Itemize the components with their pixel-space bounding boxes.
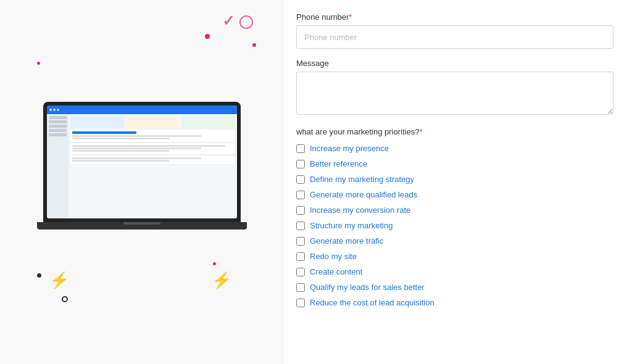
checkbox-label-qualify-leads: Qualify my leads for sales better	[310, 283, 425, 292]
checkbox-label-create-content: Create content	[310, 267, 362, 276]
checkbox-reduce-cost[interactable]	[296, 299, 305, 307]
checkbox-label-increase-presence: Increase my presence	[310, 144, 389, 153]
form-panel: Phone number* Message what are your mark…	[284, 0, 632, 364]
checkbox-label-structure-marketing: Structure my marketing	[310, 221, 393, 230]
checkbox-item-reduce-cost[interactable]: Reduce the cost of lead acquisition	[296, 298, 613, 307]
deco-dot-dark-1	[37, 273, 41, 278]
checkbox-item-qualified-leads[interactable]: Generate more qualified leads	[296, 190, 613, 199]
checkbox-increase-presence[interactable]	[296, 144, 305, 153]
priorities-label: what are your marketing priorities?*	[296, 127, 613, 136]
deco-dot-dark-2	[62, 296, 68, 302]
lightning-left-icon: ⚡	[49, 271, 69, 290]
priorities-section: what are your marketing priorities?* Inc…	[296, 127, 613, 307]
message-section: Message	[296, 59, 613, 117]
screen-inner	[47, 105, 237, 218]
checkbox-item-increase-presence[interactable]: Increase my presence	[296, 144, 613, 153]
checkbox-define-strategy[interactable]	[296, 175, 305, 184]
checkbox-item-define-strategy[interactable]: Define my marketing strategy	[296, 175, 613, 184]
laptop-base	[37, 222, 247, 230]
checkbox-item-redo-site[interactable]: Redo my site	[296, 252, 613, 261]
checkbox-more-trafic[interactable]	[296, 237, 305, 246]
checkbox-label-more-trafic: Generate more trafic	[310, 236, 383, 246]
deco-circle	[239, 15, 253, 29]
checkbox-item-create-content[interactable]: Create content	[296, 267, 613, 276]
left-panel: ✓ ➤	[0, 0, 284, 364]
checkbox-group: Increase my presenceBetter referenceDefi…	[296, 144, 613, 307]
deco-dot-small-2	[37, 62, 40, 65]
message-input[interactable]	[296, 72, 613, 115]
checkbox-label-define-strategy: Define my marketing strategy	[310, 175, 414, 184]
phone-label: Phone number*	[296, 12, 613, 22]
checkbox-label-better-reference: Better reference	[310, 159, 367, 168]
lightning-right-icon: ⚡	[212, 271, 231, 290]
checkbox-qualify-leads[interactable]	[296, 283, 305, 292]
checkbox-better-reference[interactable]	[296, 160, 305, 168]
checkbox-item-structure-marketing[interactable]: Structure my marketing	[296, 221, 613, 230]
deco-dot-pink-2	[252, 43, 256, 47]
checkbox-label-redo-site: Redo my site	[310, 252, 357, 261]
checkbox-create-content[interactable]	[296, 268, 305, 276]
checkbox-structure-marketing[interactable]	[296, 221, 305, 230]
checkbox-label-reduce-cost: Reduce the cost of lead acquisition	[310, 298, 434, 307]
checkbox-label-conversion-rate: Increase my conversion rate	[310, 205, 410, 215]
checkbox-redo-site[interactable]	[296, 252, 305, 261]
phone-input[interactable]	[296, 25, 613, 49]
checkbox-qualified-leads[interactable]	[296, 191, 305, 199]
checkbox-item-more-trafic[interactable]: Generate more trafic	[296, 236, 613, 246]
laptop-illustration	[37, 102, 247, 238]
phone-section: Phone number*	[296, 12, 613, 49]
message-label: Message	[296, 59, 613, 68]
checkbox-item-better-reference[interactable]: Better reference	[296, 159, 613, 168]
checkbox-item-qualify-leads[interactable]: Qualify my leads for sales better	[296, 283, 613, 292]
deco-dot-pink-1	[205, 34, 210, 39]
checkbox-conversion-rate[interactable]	[296, 206, 305, 215]
deco-check: ✓	[222, 12, 235, 30]
laptop-screen	[43, 102, 241, 222]
deco-dot-small-1	[213, 262, 216, 265]
checkbox-item-conversion-rate[interactable]: Increase my conversion rate	[296, 205, 613, 215]
checkbox-label-qualified-leads: Generate more qualified leads	[310, 190, 417, 199]
